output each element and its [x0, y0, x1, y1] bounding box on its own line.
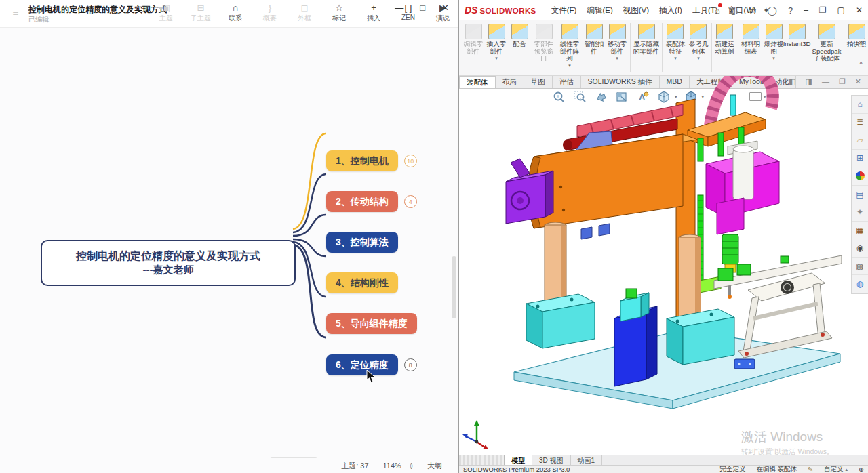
custom-properties-icon[interactable]: ▤ — [852, 186, 868, 204]
ribbon-collapse-button[interactable]: ^ — [859, 61, 863, 68]
take-snapshot-button[interactable]: 拍快照 — [845, 23, 868, 49]
bill-of-materials-button[interactable]: 材料明细表 — [739, 23, 762, 56]
file-explorer-icon[interactable]: ▱ — [852, 131, 868, 150]
menu-edit[interactable]: 编辑(E) — [587, 5, 612, 16]
annotation-view-icon[interactable]: A — [635, 89, 650, 104]
menu-insert[interactable]: 插入(I) — [659, 5, 682, 16]
sw-close-button[interactable]: ✕ — [856, 5, 863, 15]
central-topic[interactable]: 控制电机的定位精度的意义及实现方式 ---嘉文老师 — [41, 240, 296, 286]
menu-view[interactable]: 视图(V) — [623, 5, 649, 16]
instant3d-button[interactable]: Instant3D — [785, 23, 808, 49]
vertical-scrollbar[interactable] — [452, 256, 456, 318]
doc-close-button[interactable]: ✕ — [855, 77, 861, 86]
tab-big-engineer[interactable]: 大工程师 — [690, 76, 732, 88]
edit-pencil-icon[interactable]: ✎ — [808, 466, 813, 473]
smart-fasteners-button[interactable]: 智能扣件 — [583, 23, 606, 56]
pane-split-left-icon[interactable]: ◧ — [789, 77, 795, 86]
show-hidden-components-button[interactable]: 显示隐藏的零部件 — [632, 23, 661, 56]
topic-node-1[interactable]: 1、控制电机 — [326, 150, 398, 171]
view-orientation-dropdown[interactable]: ▾ — [675, 94, 677, 100]
insert-button[interactable]: +插入 — [362, 2, 385, 23]
user-account-icon[interactable]: ◯ — [767, 5, 777, 16]
sw-maximize-button[interactable]: ▢ — [837, 5, 845, 15]
component-preview-button[interactable]: 零部件预览窗口 — [531, 23, 557, 63]
hamburger-menu-icon[interactable]: ≡ — [8, 7, 23, 22]
tab-3d-views[interactable]: 3D 视图 — [532, 455, 571, 465]
reference-geometry-button[interactable]: 参考几何体▾ — [687, 23, 710, 62]
tab-addins[interactable]: SOLIDWORKS 插件 — [581, 76, 660, 88]
doc-minimize-button[interactable]: — — [822, 77, 829, 86]
tab-evaluate[interactable]: 评估 — [553, 76, 581, 88]
new-motion-study-button[interactable]: 新建运动算例 — [713, 23, 736, 56]
customize-label[interactable]: 自定义 — [824, 465, 844, 473]
new-motion-study-icon — [716, 24, 733, 39]
minimize-button[interactable]: — — [395, 3, 403, 13]
status-globe-icon[interactable]: ⊕ — [859, 466, 864, 473]
topic-node-4[interactable]: 4、结构刚性 — [326, 272, 398, 293]
tab-mytools[interactable]: MyTools-自动化 — [732, 76, 797, 88]
assembly-features-button[interactable]: 装配体特征▾ — [664, 23, 687, 62]
fullscreen-preview-icon[interactable]: ▾ — [749, 92, 766, 101]
previous-view-icon[interactable] — [593, 89, 608, 104]
maximize-button[interactable]: □ — [420, 3, 425, 13]
pane-split-right-icon[interactable]: ◨ — [806, 77, 812, 86]
sw-minimize-button[interactable]: – — [804, 5, 808, 15]
zoom-level[interactable]: 114% — [383, 461, 401, 470]
topic-node-3[interactable]: 3、控制算法 — [326, 232, 398, 253]
view-palette-icon[interactable]: ⊞ — [852, 150, 868, 168]
outline-toggle[interactable]: 大纲 — [427, 461, 442, 471]
addin-wand-icon[interactable]: ✦ — [852, 203, 868, 222]
define-state-label: 完全定义 — [719, 465, 745, 473]
topic-node-5[interactable]: 5、导向组件精度 — [326, 313, 417, 334]
appearances-icon[interactable] — [852, 167, 868, 186]
mindmap-canvas[interactable]: 控制电机的定位精度的意义及实现方式 ---嘉文老师 1、控制电机 10 2、传动… — [0, 27, 452, 458]
home-icon[interactable]: ⌂ — [715, 5, 720, 16]
edit-component-button[interactable]: 编辑零部件 — [462, 23, 485, 56]
close-button[interactable]: ✕ — [441, 3, 449, 13]
move-component-button[interactable]: 移动零部件▾ — [606, 23, 629, 62]
tab-mbd[interactable]: MBD — [660, 76, 690, 88]
tab-sketch[interactable]: 草图 — [524, 76, 553, 88]
graphics-viewport[interactable] — [459, 88, 868, 455]
quick-commands-icon[interactable]: ⇄ — [749, 5, 756, 16]
summary-button[interactable]: }概要 — [258, 2, 281, 23]
zoom-to-area-icon[interactable] — [572, 89, 587, 104]
graphics-hscrollbar[interactable] — [459, 455, 505, 465]
addin-eye-icon[interactable]: ◉ — [852, 239, 868, 258]
display-style-dropdown[interactable]: ▾ — [702, 94, 705, 100]
addin-link-icon[interactable]: ◍ — [852, 275, 868, 293]
sw-restore-button[interactable]: ❐ — [819, 5, 827, 15]
customize-dropdown[interactable]: ▴ — [846, 467, 848, 472]
insert-component-button[interactable]: 插入零部件▾ — [485, 23, 508, 62]
tab-model[interactable]: 模型 — [505, 455, 532, 465]
topic-node-6[interactable]: 6、定位精度 — [326, 354, 398, 375]
topic-button[interactable]: ▣主题 — [155, 2, 178, 23]
sw-resources-icon[interactable]: ⌂ — [852, 96, 868, 114]
mate-button[interactable]: 配合 — [508, 23, 531, 49]
section-view-icon[interactable] — [614, 89, 629, 104]
new-document-icon[interactable]: ▯▾ — [731, 5, 738, 16]
menu-file[interactable]: 文件(F) — [551, 5, 577, 16]
topic-node-2[interactable]: 2、传动结构 — [326, 191, 398, 212]
addin-material-icon[interactable]: ▦ — [852, 222, 868, 240]
zoom-stepper[interactable]: ∧∨ — [410, 462, 413, 469]
boundary-button[interactable]: ◻外框 — [293, 2, 316, 23]
subtopic-button[interactable]: ⊟子主题 — [189, 2, 212, 23]
tab-layout[interactable]: 布局 — [496, 76, 524, 88]
relationship-button[interactable]: ∩联系 — [224, 2, 247, 23]
tab-assembly[interactable]: 装配体 — [459, 76, 496, 88]
marker-button[interactable]: ☆标记 — [328, 2, 351, 23]
solidworks-logo: DS SOLIDWORKS — [465, 5, 536, 16]
doc-restore-button[interactable]: ❐ — [839, 77, 846, 86]
zoom-to-fit-icon[interactable] — [551, 89, 566, 104]
display-style-icon[interactable] — [684, 89, 698, 104]
ribbon-overflow-button[interactable]: » — [859, 38, 863, 46]
view-orientation-icon[interactable] — [656, 89, 671, 104]
update-speedpak-button[interactable]: 更新Speedpak子装配体 — [808, 23, 845, 63]
linear-pattern-button[interactable]: 线性零部件阵列▾ — [557, 23, 583, 69]
exploded-view-button[interactable]: 爆炸视图▾ — [762, 23, 785, 62]
addin-qr-icon[interactable]: ▩ — [852, 258, 868, 276]
design-library-icon[interactable]: ≣ — [852, 114, 868, 132]
help-icon[interactable]: ? — [788, 5, 793, 16]
tab-motion-study[interactable]: 动画1 — [571, 455, 603, 465]
